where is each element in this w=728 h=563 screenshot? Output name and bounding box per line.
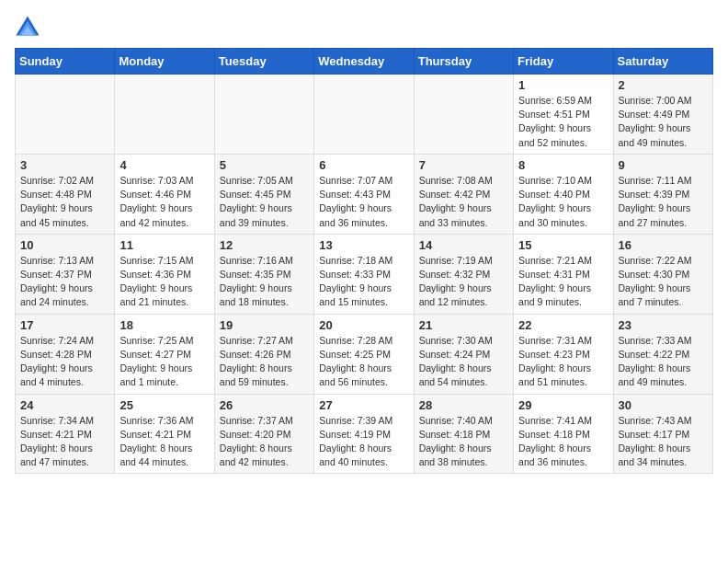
day-info: Sunrise: 7:41 AM Sunset: 4:18 PM Dayligh… (518, 414, 608, 470)
weekday-header-tuesday: Tuesday (214, 49, 313, 75)
day-info: Sunrise: 7:27 AM Sunset: 4:26 PM Dayligh… (220, 334, 309, 390)
day-info: Sunrise: 7:11 AM Sunset: 4:39 PM Dayligh… (619, 174, 708, 230)
day-number: 12 (220, 238, 309, 252)
day-cell: 8Sunrise: 7:10 AM Sunset: 4:40 PM Daylig… (514, 154, 613, 234)
day-cell: 12Sunrise: 7:16 AM Sunset: 4:35 PM Dayli… (214, 234, 313, 314)
day-cell: 23Sunrise: 7:33 AM Sunset: 4:22 PM Dayli… (613, 314, 712, 394)
day-number: 13 (319, 238, 408, 252)
week-row-1: 1Sunrise: 6:59 AM Sunset: 4:51 PM Daylig… (16, 75, 713, 155)
day-number: 11 (119, 238, 209, 252)
day-number: 17 (20, 318, 109, 332)
day-cell: 13Sunrise: 7:18 AM Sunset: 4:33 PM Dayli… (314, 234, 414, 314)
day-cell: 1Sunrise: 6:59 AM Sunset: 4:51 PM Daylig… (514, 75, 613, 155)
day-number: 21 (419, 318, 508, 332)
day-cell: 17Sunrise: 7:24 AM Sunset: 4:28 PM Dayli… (16, 314, 115, 394)
day-info: Sunrise: 7:10 AM Sunset: 4:40 PM Dayligh… (518, 174, 608, 230)
day-number: 16 (619, 238, 708, 252)
header (15, 15, 713, 40)
weekday-header-wednesday: Wednesday (314, 49, 414, 75)
day-info: Sunrise: 7:25 AM Sunset: 4:27 PM Dayligh… (119, 334, 209, 390)
day-cell: 3Sunrise: 7:02 AM Sunset: 4:48 PM Daylig… (16, 154, 115, 234)
day-cell: 7Sunrise: 7:08 AM Sunset: 4:42 PM Daylig… (414, 154, 513, 234)
weekday-header-thursday: Thursday (414, 49, 513, 75)
day-info: Sunrise: 7:36 AM Sunset: 4:21 PM Dayligh… (119, 414, 209, 470)
day-info: Sunrise: 7:22 AM Sunset: 4:30 PM Dayligh… (619, 254, 708, 310)
day-info: Sunrise: 7:28 AM Sunset: 4:25 PM Dayligh… (319, 334, 408, 390)
day-number: 5 (220, 158, 309, 172)
day-cell: 26Sunrise: 7:37 AM Sunset: 4:20 PM Dayli… (214, 394, 313, 474)
day-cell: 18Sunrise: 7:25 AM Sunset: 4:27 PM Dayli… (115, 314, 214, 394)
day-number: 27 (319, 398, 408, 412)
day-cell: 24Sunrise: 7:34 AM Sunset: 4:21 PM Dayli… (16, 394, 115, 474)
day-info: Sunrise: 7:07 AM Sunset: 4:43 PM Dayligh… (319, 174, 408, 230)
day-number: 10 (20, 238, 109, 252)
day-info: Sunrise: 7:13 AM Sunset: 4:37 PM Dayligh… (20, 254, 109, 310)
day-cell: 14Sunrise: 7:19 AM Sunset: 4:32 PM Dayli… (414, 234, 513, 314)
calendar: SundayMondayTuesdayWednesdayThursdayFrid… (15, 48, 713, 474)
day-info: Sunrise: 7:16 AM Sunset: 4:35 PM Dayligh… (220, 254, 309, 310)
day-info: Sunrise: 7:33 AM Sunset: 4:22 PM Dayligh… (619, 334, 708, 390)
day-info: Sunrise: 7:43 AM Sunset: 4:17 PM Dayligh… (619, 414, 708, 470)
day-cell: 22Sunrise: 7:31 AM Sunset: 4:23 PM Dayli… (514, 314, 613, 394)
day-cell: 28Sunrise: 7:40 AM Sunset: 4:18 PM Dayli… (414, 394, 513, 474)
day-cell: 4Sunrise: 7:03 AM Sunset: 4:46 PM Daylig… (115, 154, 214, 234)
day-info: Sunrise: 7:30 AM Sunset: 4:24 PM Dayligh… (419, 334, 508, 390)
logo-icon (15, 15, 40, 40)
day-number: 29 (518, 398, 608, 412)
day-number: 2 (619, 78, 708, 92)
page: SundayMondayTuesdayWednesdayThursdayFrid… (0, 0, 728, 488)
day-info: Sunrise: 7:34 AM Sunset: 4:21 PM Dayligh… (20, 414, 109, 470)
day-cell: 5Sunrise: 7:05 AM Sunset: 4:45 PM Daylig… (214, 154, 313, 234)
day-number: 22 (518, 318, 608, 332)
day-cell: 20Sunrise: 7:28 AM Sunset: 4:25 PM Dayli… (314, 314, 414, 394)
day-cell: 2Sunrise: 7:00 AM Sunset: 4:49 PM Daylig… (613, 75, 712, 155)
day-cell (414, 75, 513, 155)
weekday-header-monday: Monday (115, 49, 214, 75)
day-cell (314, 75, 414, 155)
day-number: 30 (619, 398, 708, 412)
week-row-5: 24Sunrise: 7:34 AM Sunset: 4:21 PM Dayli… (16, 394, 713, 474)
day-cell: 10Sunrise: 7:13 AM Sunset: 4:37 PM Dayli… (16, 234, 115, 314)
logo (15, 15, 44, 40)
week-row-4: 17Sunrise: 7:24 AM Sunset: 4:28 PM Dayli… (16, 314, 713, 394)
day-number: 6 (319, 158, 408, 172)
day-info: Sunrise: 7:18 AM Sunset: 4:33 PM Dayligh… (319, 254, 408, 310)
day-info: Sunrise: 7:31 AM Sunset: 4:23 PM Dayligh… (518, 334, 608, 390)
day-cell: 21Sunrise: 7:30 AM Sunset: 4:24 PM Dayli… (414, 314, 513, 394)
day-cell: 19Sunrise: 7:27 AM Sunset: 4:26 PM Dayli… (214, 314, 313, 394)
day-number: 8 (518, 158, 608, 172)
day-number: 3 (20, 158, 109, 172)
day-info: Sunrise: 7:37 AM Sunset: 4:20 PM Dayligh… (220, 414, 309, 470)
day-cell: 30Sunrise: 7:43 AM Sunset: 4:17 PM Dayli… (613, 394, 712, 474)
day-cell: 15Sunrise: 7:21 AM Sunset: 4:31 PM Dayli… (514, 234, 613, 314)
day-info: Sunrise: 7:02 AM Sunset: 4:48 PM Dayligh… (20, 174, 109, 230)
day-number: 18 (119, 318, 209, 332)
day-number: 28 (419, 398, 508, 412)
day-cell (214, 75, 313, 155)
day-number: 15 (518, 238, 608, 252)
week-row-3: 10Sunrise: 7:13 AM Sunset: 4:37 PM Dayli… (16, 234, 713, 314)
day-cell: 9Sunrise: 7:11 AM Sunset: 4:39 PM Daylig… (613, 154, 712, 234)
day-number: 25 (119, 398, 209, 412)
day-number: 24 (20, 398, 109, 412)
day-info: Sunrise: 7:08 AM Sunset: 4:42 PM Dayligh… (419, 174, 508, 230)
day-cell (16, 75, 115, 155)
day-cell: 6Sunrise: 7:07 AM Sunset: 4:43 PM Daylig… (314, 154, 414, 234)
day-number: 1 (518, 78, 608, 92)
day-info: Sunrise: 7:40 AM Sunset: 4:18 PM Dayligh… (419, 414, 508, 470)
day-info: Sunrise: 7:03 AM Sunset: 4:46 PM Dayligh… (119, 174, 209, 230)
day-number: 19 (220, 318, 309, 332)
day-info: Sunrise: 7:39 AM Sunset: 4:19 PM Dayligh… (319, 414, 408, 470)
day-cell: 25Sunrise: 7:36 AM Sunset: 4:21 PM Dayli… (115, 394, 214, 474)
day-number: 7 (419, 158, 508, 172)
day-cell: 11Sunrise: 7:15 AM Sunset: 4:36 PM Dayli… (115, 234, 214, 314)
day-info: Sunrise: 7:05 AM Sunset: 4:45 PM Dayligh… (220, 174, 309, 230)
day-cell: 16Sunrise: 7:22 AM Sunset: 4:30 PM Dayli… (613, 234, 712, 314)
weekday-header-row: SundayMondayTuesdayWednesdayThursdayFrid… (16, 49, 713, 75)
day-cell: 27Sunrise: 7:39 AM Sunset: 4:19 PM Dayli… (314, 394, 414, 474)
day-number: 4 (119, 158, 209, 172)
day-info: Sunrise: 7:21 AM Sunset: 4:31 PM Dayligh… (518, 254, 608, 310)
day-number: 20 (319, 318, 408, 332)
day-number: 9 (619, 158, 708, 172)
day-info: Sunrise: 7:19 AM Sunset: 4:32 PM Dayligh… (419, 254, 508, 310)
